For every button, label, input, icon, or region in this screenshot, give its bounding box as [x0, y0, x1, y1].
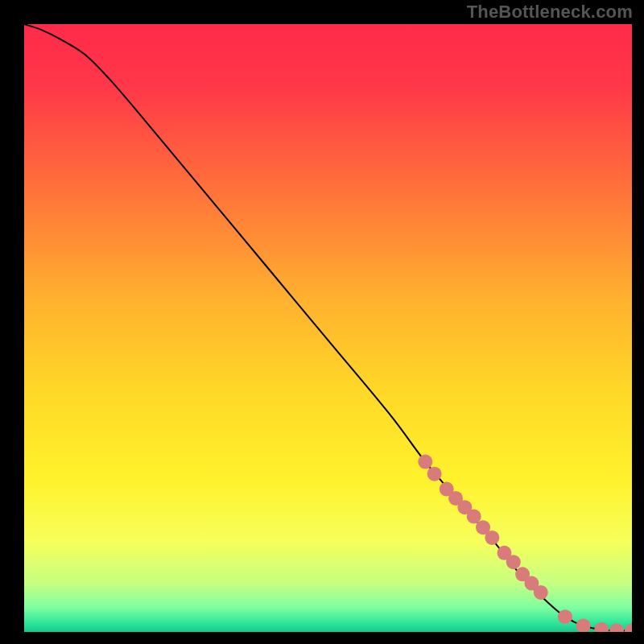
marker-point	[609, 623, 624, 632]
marker-point	[485, 530, 499, 545]
marker-point	[534, 585, 548, 600]
marker-point	[625, 623, 632, 632]
watermark-text: TheBottleneck.com	[467, 2, 633, 23]
marker-point	[418, 455, 432, 469]
chart-stage: TheBottleneck.com	[0, 0, 644, 644]
chart-curve-layer	[24, 24, 632, 632]
curve-path	[24, 24, 632, 631]
plot-area	[24, 24, 632, 632]
marker-point	[558, 609, 572, 624]
marker-point	[594, 622, 609, 632]
marker-point	[506, 555, 521, 569]
marker-group	[418, 455, 632, 632]
marker-point	[576, 618, 591, 632]
marker-point	[427, 467, 442, 481]
